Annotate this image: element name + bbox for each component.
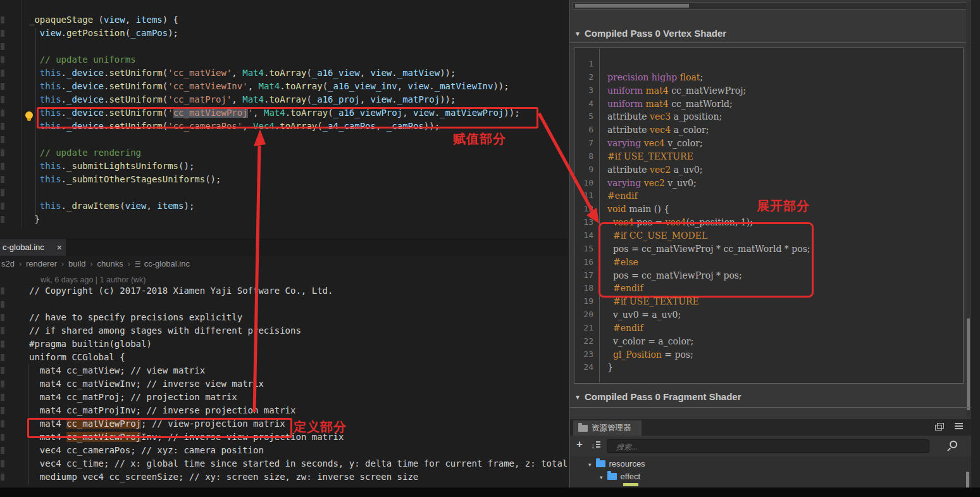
asset-search-input[interactable] — [607, 440, 939, 453]
code-line: mat4 cc_matViewInv; // inverse view matr… — [29, 377, 568, 391]
file-icon: ☰ — [135, 260, 144, 268]
tab-cc-global-inc[interactable]: c-global.inc × — [0, 239, 66, 256]
vertex-shader-code-block[interactable]: 12precision highp float;3uniform mat4 cc… — [574, 47, 964, 384]
left-gutter-marks — [1, 284, 4, 484]
collapse-triangle-icon[interactable]: ▼ — [574, 394, 585, 401]
line-number: 19 — [574, 295, 599, 308]
vertex-shader-title: Compiled Pass 0 Vertex Shader — [585, 28, 726, 39]
asset-search-box[interactable] — [607, 439, 929, 453]
editor-bottom-code-area[interactable]: // Copyright (c) 2017-2018 Xiamen Yaji S… — [29, 284, 568, 484]
code-line — [29, 298, 568, 311]
assets-tab-bar: 资源管理器 — [570, 419, 972, 436]
breadcrumb-item[interactable]: s2d — [1, 259, 15, 268]
add-asset-button[interactable]: + — [576, 438, 583, 451]
line-number: 20 — [574, 308, 599, 322]
line-number: 24 — [574, 361, 599, 374]
code-line: } — [29, 213, 568, 226]
expand-triangle-icon[interactable]: ▾ — [600, 474, 607, 481]
code-line: _opaqueStage (view, items) { — [29, 13, 568, 27]
annotation-label-definition: 定义部分 — [294, 418, 347, 436]
code-line: vec4 cc_cameraPos; // xyz: camera positi… — [29, 444, 568, 457]
line-number: 2 — [574, 71, 599, 84]
tree-item-effect[interactable]: ▾effect — [600, 470, 640, 483]
panel-window-icons — [935, 423, 963, 432]
fragment-shader-title: Compiled Pass 0 Fragment Shader — [585, 391, 741, 402]
search-icon[interactable] — [950, 441, 957, 448]
tree-scrollbar-thumb[interactable] — [966, 472, 969, 488]
annotation-label-expanded: 展开部分 — [757, 198, 810, 215]
line-number: 4 — [574, 98, 599, 111]
code-line: mat4 cc_matProj; // projection matrix — [29, 391, 568, 404]
annotation-box-expanded — [599, 222, 814, 298]
code-line: mat4 cc_matView; // view matrix — [29, 364, 568, 377]
menu-icon[interactable] — [955, 423, 963, 429]
line-number: 15 — [574, 242, 599, 256]
vertex-shader-section-header[interactable]: ▼Compiled Pass 0 Vertex Shader — [574, 28, 726, 39]
annotation-box-assignment — [37, 107, 538, 129]
line-number: 17 — [574, 269, 599, 282]
line-number: 11 — [574, 189, 599, 203]
sort-icon[interactable]: ↓ — [591, 441, 600, 450]
vertical-scrollbar-thumb[interactable] — [967, 318, 970, 410]
code-line: 21 #endif — [574, 322, 963, 335]
horizontal-scrollbar-thumb[interactable] — [575, 4, 689, 8]
code-line: uniform CCGlobal { — [29, 351, 568, 364]
bottom-black-band — [0, 488, 980, 497]
code-line: view.getPosition(_camPos); — [29, 27, 568, 40]
code-line: this._device.setUniform('cc_matView', Ma… — [29, 66, 568, 80]
code-line — [29, 186, 568, 199]
code-line: 20 v_uv0 = a_uv0; — [574, 308, 963, 322]
line-number: 6 — [574, 123, 599, 137]
code-line: this._submitOtherStagesUniforms(); — [29, 173, 568, 186]
line-number: 9 — [574, 163, 599, 177]
assets-panel: 资源管理器 + ↓ ▾resources ▾ — [570, 419, 972, 488]
code-line: 22 v_color = a_color; — [574, 335, 963, 348]
assets-toolbar: + ↓ — [570, 436, 972, 456]
code-line: 4uniform mat4 cc_matWorld; — [574, 98, 963, 111]
code-line: vec4 cc_time; // x: global time since st… — [29, 457, 568, 470]
selected-item-partial — [623, 483, 638, 486]
lightbulb-icon[interactable] — [25, 111, 33, 119]
breadcrumb-item[interactable]: chunks — [97, 259, 123, 268]
line-number: 7 — [574, 137, 599, 150]
folder-icon — [607, 473, 617, 480]
line-number: 8 — [574, 150, 599, 163]
code-line: // update uniforms — [29, 53, 568, 66]
collapse-triangle-icon[interactable]: ▼ — [574, 30, 585, 37]
horizontal-scrollbar[interactable] — [573, 2, 967, 9]
assets-manager-tab[interactable]: 资源管理器 — [573, 420, 642, 436]
folder-icon — [596, 460, 605, 467]
fragment-shader-section-header[interactable]: ▼Compiled Pass 0 Fragment Shader — [574, 391, 741, 402]
code-line: #pragma builtin(global) — [29, 337, 568, 351]
code-line: 3uniform mat4 cc_matViewProj; — [574, 84, 963, 98]
code-line: 10varying vec2 v_uv0; — [574, 177, 963, 190]
assets-tree[interactable]: ▾resources ▾effect — [570, 456, 972, 488]
section-divider — [570, 42, 972, 43]
code-line: 2precision highp float; — [574, 71, 963, 84]
line-number: 16 — [574, 256, 599, 269]
code-line: this._drawItems(view, items); — [29, 199, 568, 213]
gutter-border — [21, 0, 22, 228]
tree-item-resources[interactable]: ▾resources — [588, 458, 645, 470]
editor-tab-bar: c-global.inc × — [0, 239, 568, 256]
tab-label: c-global.inc — [3, 242, 44, 252]
code-line: 7varying vec4 v_color; — [574, 137, 963, 150]
shader-code-area[interactable]: 12precision highp float;3uniform mat4 cc… — [574, 58, 963, 374]
breadcrumb-item[interactable]: build — [68, 259, 85, 268]
tab-close-icon[interactable]: × — [57, 239, 62, 256]
line-number: 14 — [574, 229, 599, 242]
code-line: // if shared among stages with different… — [29, 324, 568, 337]
line-number: 23 — [574, 348, 599, 362]
breadcrumb-item[interactable]: renderer — [26, 259, 57, 268]
code-line: 5attribute vec3 a_position; — [574, 110, 963, 123]
folder-icon — [578, 425, 588, 432]
breadcrumb-file[interactable]: cc-global.inc — [144, 259, 190, 268]
code-line: 9attribute vec2 a_uv0; — [574, 163, 963, 177]
line-number: 13 — [574, 216, 599, 229]
line-number: 18 — [574, 282, 599, 295]
float-window-icon[interactable] — [935, 425, 942, 431]
breadcrumb-separator: › — [15, 260, 26, 268]
code-line: 24} — [574, 361, 963, 374]
expand-triangle-icon[interactable]: ▾ — [588, 462, 596, 468]
annotation-label-assignment: 赋值部分 — [453, 130, 506, 148]
